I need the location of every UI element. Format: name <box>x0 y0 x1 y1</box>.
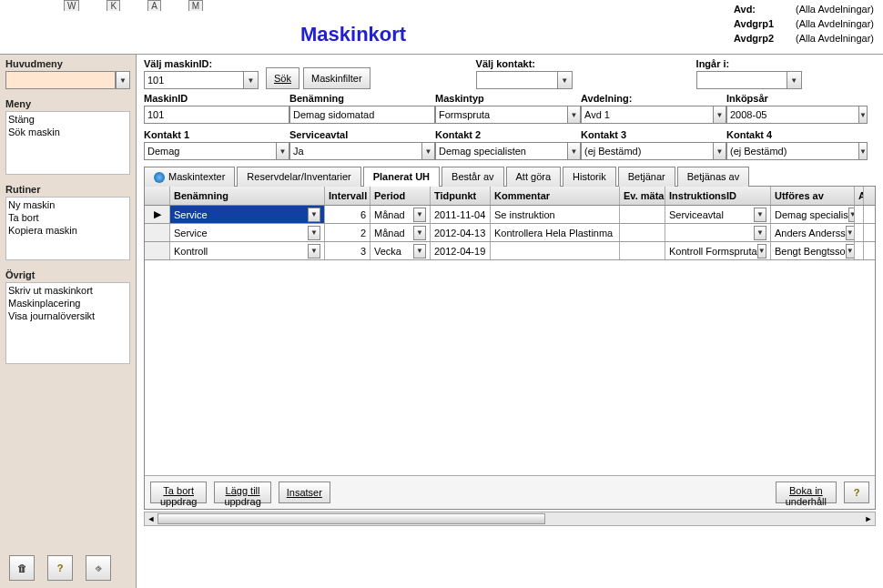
grid-col-instruktionsid[interactable]: InstruktionsID <box>665 187 771 205</box>
cell[interactable] <box>620 242 665 259</box>
valj-maskinid-input[interactable] <box>144 71 244 89</box>
field-dropdown-button[interactable]: ▼ <box>568 106 581 124</box>
tab-reservdelar-inventarier[interactable]: Reservdelar/Inventarier <box>237 167 360 187</box>
cell[interactable]: 3 <box>325 242 370 259</box>
grid-col-intervall[interactable]: Intervall <box>325 187 370 205</box>
cell[interactable]: Vecka▼ <box>370 242 431 259</box>
help-button[interactable]: ? <box>47 555 73 581</box>
cell[interactable]: Serviceavtal▼ <box>665 206 771 223</box>
tab-best-r-av[interactable]: Består av <box>442 167 503 187</box>
ovrigt-item-maskinplacering[interactable]: Maskinplacering <box>8 297 127 309</box>
scroll-left-icon[interactable]: ◄ <box>145 514 157 523</box>
huvudmeny-combo[interactable] <box>5 71 116 89</box>
field-dropdown-button[interactable]: ▼ <box>714 106 726 124</box>
field-dropdown-button[interactable]: ▼ <box>568 142 581 160</box>
field-input[interactable] <box>726 142 859 160</box>
tab-betj-nas-av[interactable]: Betjänas av <box>677 167 749 187</box>
cell-dropdown-button[interactable]: ▼ <box>754 226 766 240</box>
grid-col-ev[interactable]: Ev. mätarst. <box>620 187 665 205</box>
cell[interactable]: ▼ <box>665 224 771 241</box>
cell-dropdown-button[interactable]: ▼ <box>846 226 855 240</box>
cell[interactable]: 2011-11-04 <box>431 206 491 223</box>
ingar-i-dropdown[interactable]: ▼ <box>787 71 802 89</box>
field-input[interactable] <box>581 142 714 160</box>
cell[interactable] <box>855 206 864 223</box>
valj-kontakt-input[interactable] <box>476 71 558 89</box>
field-input[interactable] <box>726 106 859 124</box>
scroll-thumb[interactable] <box>157 513 545 524</box>
sok-button[interactable]: Sök <box>266 67 299 89</box>
tab-att-g-ra[interactable]: Att göra <box>506 167 562 187</box>
cell-dropdown-button[interactable]: ▼ <box>413 208 426 222</box>
field-input[interactable] <box>435 106 568 124</box>
meny-item-stang[interactable]: Stäng <box>8 113 127 126</box>
cell[interactable] <box>491 242 620 259</box>
grid-col-period[interactable]: Period <box>370 187 431 205</box>
rutiner-item-kopiera[interactable]: Kopiera maskin <box>8 224 127 237</box>
horizontal-scrollbar[interactable]: ◄ ► <box>144 512 876 526</box>
meny-item-sok-maskin[interactable]: Sök maskin <box>8 126 127 138</box>
cell[interactable] <box>620 224 665 241</box>
exit-button[interactable]: ⎆ <box>86 555 111 581</box>
ovrigt-item-visa-journal[interactable]: Visa journalöversikt <box>8 309 127 322</box>
maskinfilter-button[interactable]: Maskinfilter <box>303 67 370 89</box>
valj-kontakt-dropdown[interactable]: ▼ <box>558 71 573 89</box>
tab-planerat-uh[interactable]: Planerat UH <box>363 167 440 187</box>
grid-col-kommentar[interactable]: Kommentar <box>491 187 620 205</box>
cell-dropdown-button[interactable]: ▼ <box>757 244 766 259</box>
table-row[interactable]: Service▼2Månad▼2012-04-13Kontrollera Hel… <box>145 224 875 242</box>
tab-historik[interactable]: Historik <box>563 167 616 187</box>
cell-dropdown-button[interactable]: ▼ <box>308 226 320 240</box>
cell[interactable]: 2012-04-19 <box>431 242 491 259</box>
cell[interactable]: Service▼ <box>170 224 325 241</box>
grid-col-benamning[interactable]: Benämning <box>170 187 325 205</box>
cell[interactable]: Månad▼ <box>370 206 431 223</box>
grid-col-a[interactable]: A [t <box>855 187 864 205</box>
table-row[interactable]: Kontroll▼3Vecka▼2012-04-19Kontroll Forms… <box>145 242 875 260</box>
lagg-till-uppdrag-button[interactable]: Lägg till uppdrag <box>214 482 270 503</box>
boka-in-underhall-button[interactable]: Boka in underhåll <box>776 482 837 503</box>
field-dropdown-button[interactable]: ▼ <box>714 142 726 160</box>
tab-maskintexter[interactable]: Maskintexter <box>144 167 235 187</box>
field-dropdown-button[interactable]: ▼ <box>277 142 289 160</box>
tab-betj-nar[interactable]: Betjänar <box>618 167 675 187</box>
field-dropdown-button[interactable]: ▼ <box>859 106 868 124</box>
grid-col-tidpunkt[interactable]: Tidpunkt <box>431 187 491 205</box>
cell[interactable]: Bengt Bengtsso▼ <box>771 242 855 259</box>
cell-dropdown-button[interactable]: ▼ <box>308 244 320 259</box>
cell-dropdown-button[interactable]: ▼ <box>413 226 426 240</box>
field-input[interactable] <box>144 142 277 160</box>
cell-dropdown-button[interactable]: ▼ <box>413 244 426 259</box>
cell-dropdown-button[interactable]: ▼ <box>754 208 766 222</box>
ingar-i-input[interactable] <box>696 71 787 89</box>
field-input[interactable] <box>581 106 714 124</box>
cell[interactable]: Månad▼ <box>370 224 431 241</box>
cell[interactable]: Service▼ <box>170 206 325 223</box>
huvudmeny-combo-button[interactable]: ▼ <box>116 71 130 89</box>
ta-bort-uppdrag-button[interactable]: Ta bort uppdrag <box>150 482 207 503</box>
valj-maskinid-dropdown[interactable]: ▼ <box>244 71 259 89</box>
field-input[interactable] <box>144 106 289 124</box>
cell[interactable]: 2012-04-13 <box>431 224 491 241</box>
grid-help-button[interactable]: ? <box>844 482 869 503</box>
field-input[interactable] <box>289 106 435 124</box>
cell[interactable]: 6 <box>325 206 370 223</box>
cell[interactable]: Anders Anderss▼ <box>771 224 855 241</box>
cell[interactable] <box>855 242 864 259</box>
cell-dropdown-button[interactable]: ▼ <box>846 244 855 259</box>
rutiner-item-ta-bort[interactable]: Ta bort <box>8 211 127 224</box>
field-dropdown-button[interactable]: ▼ <box>422 142 435 160</box>
cell[interactable]: Se instruktion <box>491 206 620 223</box>
cell[interactable] <box>855 224 864 241</box>
cell[interactable]: Kontrollera Hela Plastinma <box>491 224 620 241</box>
field-input[interactable] <box>289 142 422 160</box>
field-input[interactable] <box>435 142 568 160</box>
insatser-button[interactable]: Insatser <box>279 482 330 503</box>
cell[interactable] <box>620 206 665 223</box>
cell[interactable]: Kontroll Formspruta▼ <box>665 242 771 259</box>
ovrigt-item-skriv-ut[interactable]: Skriv ut maskinkort <box>8 284 127 297</box>
cell[interactable]: 2 <box>325 224 370 241</box>
cell[interactable]: Demag specialis▼ <box>771 206 855 223</box>
trash-button[interactable]: 🗑 <box>9 555 35 581</box>
rutiner-item-ny-maskin[interactable]: Ny maskin <box>8 198 127 211</box>
